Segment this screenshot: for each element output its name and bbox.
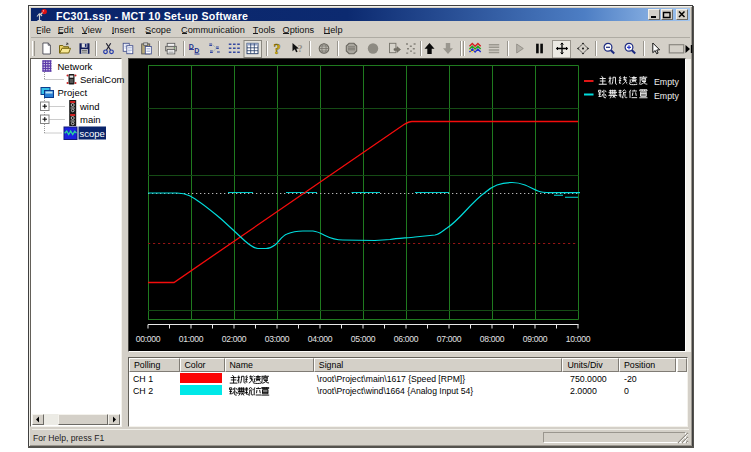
svg-text:10:000: 10:000 <box>566 334 591 344</box>
svg-text:Empty: Empty <box>654 77 680 87</box>
svg-text:?: ? <box>298 44 303 54</box>
svg-text:04:000: 04:000 <box>308 334 333 344</box>
svg-text:D: D <box>189 42 194 49</box>
svg-text:00:000: 00:000 <box>136 334 161 344</box>
svg-text:07:000: 07:000 <box>437 334 462 344</box>
svg-text:09:000: 09:000 <box>523 334 548 344</box>
svg-text:?: ? <box>274 41 281 57</box>
svg-text:03:000: 03:000 <box>265 334 290 344</box>
svg-text:05:000: 05:000 <box>351 334 376 344</box>
svg-text:D: D <box>194 47 199 54</box>
svg-text:06:000: 06:000 <box>394 334 419 344</box>
svg-text:08:000: 08:000 <box>480 334 505 344</box>
svg-text:Empty: Empty <box>654 91 680 101</box>
svg-text:02:000: 02:000 <box>222 334 247 344</box>
svg-text:01:000: 01:000 <box>179 334 204 344</box>
